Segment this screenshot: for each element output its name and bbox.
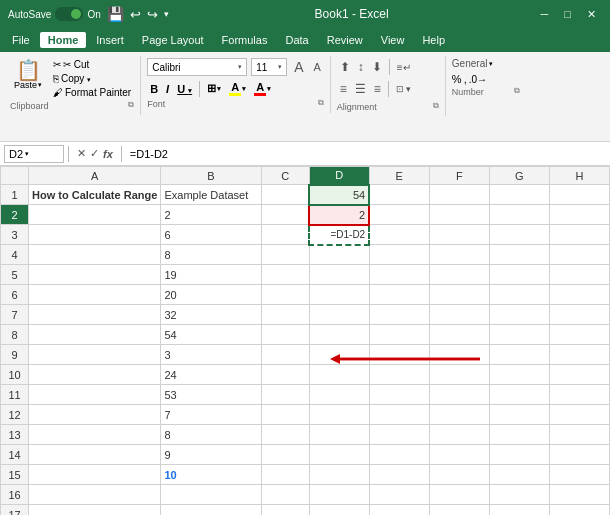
- cell-a4[interactable]: [29, 245, 161, 265]
- menu-help[interactable]: Help: [414, 32, 453, 48]
- cell-c3[interactable]: [261, 225, 309, 245]
- cell-e5[interactable]: [369, 265, 429, 285]
- cell-d11[interactable]: [309, 385, 369, 405]
- cell-a8[interactable]: [29, 325, 161, 345]
- redo-icon[interactable]: ↪: [147, 7, 158, 22]
- cell-e11[interactable]: [369, 385, 429, 405]
- cell-a9[interactable]: [29, 345, 161, 365]
- cell-h14[interactable]: [549, 445, 609, 465]
- cell-e8[interactable]: [369, 325, 429, 345]
- font-size-dropdown[interactable]: 11 ▾: [251, 58, 287, 76]
- col-header-d[interactable]: D: [309, 167, 369, 185]
- cell-b5[interactable]: 19: [161, 265, 261, 285]
- cell-d4[interactable]: [309, 245, 369, 265]
- cell-h5[interactable]: [549, 265, 609, 285]
- formula-cancel-icon[interactable]: ✕: [77, 147, 86, 160]
- cell-b10[interactable]: 24: [161, 365, 261, 385]
- cell-c12[interactable]: [261, 405, 309, 425]
- cell-f8[interactable]: [429, 325, 489, 345]
- cell-b11[interactable]: 53: [161, 385, 261, 405]
- paste-button[interactable]: 📋 Paste ▾: [10, 58, 46, 92]
- cell-f16[interactable]: [429, 485, 489, 505]
- menu-formulas[interactable]: Formulas: [214, 32, 276, 48]
- formula-fx-icon[interactable]: fx: [103, 148, 113, 160]
- cell-h9[interactable]: [549, 345, 609, 365]
- cell-d2[interactable]: 2: [309, 205, 369, 225]
- cell-d15[interactable]: [309, 465, 369, 485]
- font-decrease-button[interactable]: A: [311, 60, 324, 74]
- cell-b8[interactable]: 54: [161, 325, 261, 345]
- cell-g13[interactable]: [489, 425, 549, 445]
- cell-a3[interactable]: [29, 225, 161, 245]
- cell-c1[interactable]: [261, 185, 309, 205]
- cell-c9[interactable]: [261, 345, 309, 365]
- cell-h10[interactable]: [549, 365, 609, 385]
- wrap-text-button[interactable]: ≡↵: [394, 60, 414, 75]
- cell-g8[interactable]: [489, 325, 549, 345]
- cell-c13[interactable]: [261, 425, 309, 445]
- cell-a2[interactable]: [29, 205, 161, 225]
- underline-button[interactable]: U ▾: [174, 82, 195, 96]
- cell-a6[interactable]: [29, 285, 161, 305]
- cell-c7[interactable]: [261, 305, 309, 325]
- font-color-button[interactable]: A ▾: [251, 80, 274, 97]
- cell-h3[interactable]: [549, 225, 609, 245]
- col-header-h[interactable]: H: [549, 167, 609, 185]
- cell-f12[interactable]: [429, 405, 489, 425]
- cell-a14[interactable]: [29, 445, 161, 465]
- cell-a1[interactable]: How to Calculate Range: [29, 185, 161, 205]
- number-expand[interactable]: ⧉: [514, 86, 520, 96]
- cell-g15[interactable]: [489, 465, 549, 485]
- formula-input[interactable]: [126, 145, 606, 163]
- percent-button[interactable]: %: [452, 73, 462, 85]
- align-top-button[interactable]: ⬆: [337, 58, 353, 76]
- cell-e12[interactable]: [369, 405, 429, 425]
- cell-h13[interactable]: [549, 425, 609, 445]
- cell-e7[interactable]: [369, 305, 429, 325]
- cell-a13[interactable]: [29, 425, 161, 445]
- cell-g1[interactable]: [489, 185, 549, 205]
- cell-a15[interactable]: [29, 465, 161, 485]
- col-header-b[interactable]: B: [161, 167, 261, 185]
- align-middle-button[interactable]: ↕: [355, 58, 367, 76]
- close-button[interactable]: ✕: [581, 8, 602, 21]
- cell-h2[interactable]: [549, 205, 609, 225]
- font-increase-button[interactable]: A: [291, 58, 306, 76]
- cell-b17[interactable]: [161, 505, 261, 516]
- cell-b12[interactable]: 7: [161, 405, 261, 425]
- format-painter-button[interactable]: 🖌 Format Painter: [50, 86, 134, 99]
- cell-h17[interactable]: [549, 505, 609, 516]
- cell-h7[interactable]: [549, 305, 609, 325]
- cell-g3[interactable]: [489, 225, 549, 245]
- comma-button[interactable]: ,: [464, 73, 467, 85]
- col-header-f[interactable]: F: [429, 167, 489, 185]
- cell-h12[interactable]: [549, 405, 609, 425]
- cell-h1[interactable]: [549, 185, 609, 205]
- menu-view[interactable]: View: [373, 32, 413, 48]
- cell-b13[interactable]: 8: [161, 425, 261, 445]
- merge-button[interactable]: ⊡ ▾: [393, 82, 415, 96]
- menu-data[interactable]: Data: [277, 32, 316, 48]
- cell-a11[interactable]: [29, 385, 161, 405]
- undo-icon[interactable]: ↩: [130, 7, 141, 22]
- cell-b7[interactable]: 32: [161, 305, 261, 325]
- cell-e17[interactable]: [369, 505, 429, 516]
- col-header-c[interactable]: C: [261, 167, 309, 185]
- col-header-g[interactable]: G: [489, 167, 549, 185]
- cell-c10[interactable]: [261, 365, 309, 385]
- cell-a7[interactable]: [29, 305, 161, 325]
- cell-h16[interactable]: [549, 485, 609, 505]
- cell-e16[interactable]: [369, 485, 429, 505]
- cell-d5[interactable]: [309, 265, 369, 285]
- cell-f15[interactable]: [429, 465, 489, 485]
- align-left-button[interactable]: ≡: [337, 80, 350, 98]
- cell-g6[interactable]: [489, 285, 549, 305]
- formula-confirm-icon[interactable]: ✓: [90, 147, 99, 160]
- save-icon[interactable]: 💾: [107, 6, 124, 22]
- cell-c15[interactable]: [261, 465, 309, 485]
- cell-d1[interactable]: 54: [309, 185, 369, 205]
- cell-f5[interactable]: [429, 265, 489, 285]
- cell-d14[interactable]: [309, 445, 369, 465]
- cell-g14[interactable]: [489, 445, 549, 465]
- menu-insert[interactable]: Insert: [88, 32, 132, 48]
